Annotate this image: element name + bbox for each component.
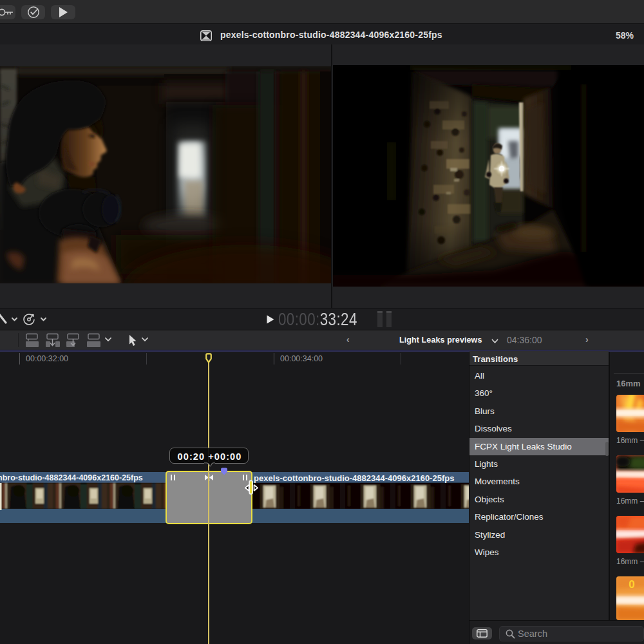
svg-text:0: 0 — [629, 578, 634, 591]
